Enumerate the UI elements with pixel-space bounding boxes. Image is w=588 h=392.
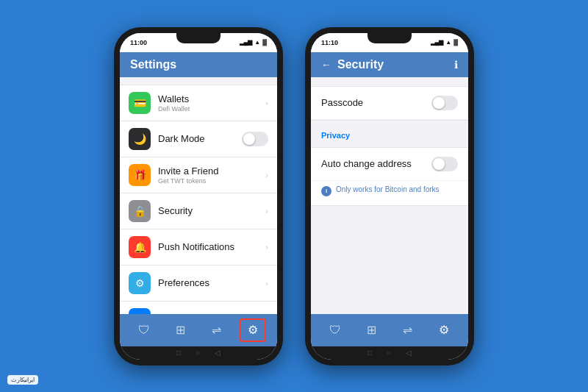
dark-mode-text: Dark Mode [158,133,234,144]
phone-1: 11:00 ▂▄▆ ▲ ▓ Settings 💳 Wallets Defi Wa… [114,27,283,366]
invite-icon: 🎁 [129,164,151,186]
phone-2-screen: 11:10 ▂▄▆ ▲ ▓ ← Security ℹ Passcode [311,33,468,360]
wallets-chevron: › [265,99,268,107]
signal-icon-1: ▂▄▆ [240,39,253,46]
wallets-icon: 💳 [129,92,151,114]
status-time-2: 11:10 [321,39,338,46]
invite-text: Invite a Friend Get TWT tokens [158,165,258,185]
wifi-icon-1: ▲ [254,39,260,46]
walletconnect-icon: 〜〜 [129,308,151,314]
passcode-label: Passcode [321,97,431,108]
security-content: Passcode Privacy Auto change address i O… [311,77,468,314]
nav-shield-2[interactable]: 🛡 [322,318,348,342]
settings-list: 💳 Wallets Defi Wallet › 🌙 Dark Mode 🎁 In… [120,77,277,314]
security-screen-title: Security [337,58,448,71]
home-btn-circle-2[interactable]: ○ [387,349,391,357]
notifications-text: Push Notifications [158,241,258,252]
watermark: ایرانیکارت [7,375,38,385]
settings-item-preferences[interactable]: ⚙ Preferences › [120,266,277,302]
home-bar-2: □ ○ ◁ [311,346,468,360]
notch-1 [176,33,220,43]
info-text-label: Only works for Bitcoin and forks [336,185,440,193]
settings-nav-icon-2: ⚙ [439,323,449,337]
settings-item-security[interactable]: 🔒 Security › [120,193,277,229]
shield-nav-icon: 🛡 [138,324,150,337]
settings-item-dark-mode[interactable]: 🌙 Dark Mode [120,121,277,157]
home-btn-circle-1[interactable]: ○ [196,349,200,357]
home-btn-back-1[interactable]: ◁ [215,349,220,357]
settings-item-invite[interactable]: 🎁 Invite a Friend Get TWT tokens › [120,157,277,193]
notch-2 [368,33,412,43]
phone-1-screen: 11:00 ▂▄▆ ▲ ▓ Settings 💳 Wallets Defi Wa… [120,33,277,360]
home-btn-square-2[interactable]: □ [368,349,372,357]
app-header-1: Settings [120,52,277,77]
grid-nav-icon: ⊞ [176,323,185,337]
dark-mode-icon: 🌙 [129,128,151,150]
preferences-chevron: › [265,279,268,288]
auto-change-label: Auto change address [321,158,431,169]
passcode-toggle[interactable] [431,96,458,110]
grid-nav-icon-2: ⊞ [367,323,376,337]
privacy-label: Privacy [311,125,468,143]
settings-nav-icon: ⚙ [248,323,258,337]
auto-change-section: Auto change address i Only works for Bit… [311,147,468,206]
passcode-section: Passcode [311,86,468,121]
bottom-nav-2: 🛡 ⊞ ⇌ ⚙ [311,314,468,346]
notifications-chevron: › [265,243,268,252]
nav-settings-1[interactable]: ⚙ [240,318,266,342]
info-icon: i [321,186,331,196]
status-icons-1: ▂▄▆ ▲ ▓ [240,39,267,46]
wallets-title: Wallets [158,93,258,104]
settings-item-wallets[interactable]: 💳 Wallets Defi Wallet › [120,85,277,121]
auto-change-toggle[interactable] [431,157,458,171]
nav-settings-2[interactable]: ⚙ [431,318,457,342]
settings-title: Settings [130,58,267,71]
settings-item-notifications[interactable]: 🔔 Push Notifications › [120,229,277,266]
auto-change-row: Auto change address [311,148,468,181]
app-header-2: ← Security ℹ [311,52,468,77]
security-header-row: ← Security ℹ [321,58,458,71]
security-icon: 🔒 [129,200,151,222]
nav-grid-2[interactable]: ⊞ [358,318,384,342]
preferences-text: Preferences [158,277,258,288]
info-row: i Only works for Bitcoin and forks [311,181,468,205]
wallets-text: Wallets Defi Wallet [158,93,258,113]
invite-title: Invite a Friend [158,165,258,177]
dark-mode-title: Dark Mode [158,133,234,144]
preferences-title: Preferences [158,277,258,288]
notifications-icon: 🔔 [129,236,151,258]
nav-grid-1[interactable]: ⊞ [167,318,193,342]
wifi-icon-2: ▲ [445,39,451,46]
invite-chevron: › [265,171,268,179]
status-icons-2: ▂▄▆ ▲ ▓ [431,39,458,46]
security-chevron: › [265,207,268,215]
wallets-subtitle: Defi Wallet [158,105,258,113]
signal-icon-2: ▂▄▆ [431,39,444,46]
home-btn-square-1[interactable]: □ [176,349,181,357]
invite-subtitle: Get TWT tokens [158,177,258,185]
passcode-row: Passcode [311,87,468,120]
transfer-nav-icon-2: ⇌ [403,323,412,337]
nav-transfer-2[interactable]: ⇌ [395,318,421,342]
home-bar-1: □ ○ ◁ [120,346,277,360]
home-btn-back-2[interactable]: ◁ [406,349,412,357]
bottom-nav-1: 🛡 ⊞ ⇌ ⚙ [120,314,277,346]
transfer-nav-icon: ⇌ [212,323,221,337]
status-time-1: 11:00 [130,39,147,46]
nav-transfer-1[interactable]: ⇌ [204,318,230,342]
info-header-button[interactable]: ℹ [454,59,458,71]
preferences-icon: ⚙ [129,272,151,294]
security-title: Security [158,205,258,216]
security-text: Security [158,205,258,216]
settings-item-walletconnect[interactable]: 〜〜 WalletConnect › [120,302,277,314]
notifications-title: Push Notifications [158,241,258,252]
phone-2: 11:10 ▂▄▆ ▲ ▓ ← Security ℹ Passcode [305,27,474,366]
battery-icon-2: ▓ [453,39,458,46]
shield-nav-icon-2: 🛡 [329,324,341,337]
nav-shield-1[interactable]: 🛡 [131,318,157,342]
dark-mode-toggle[interactable] [242,132,268,146]
battery-icon-1: ▓ [262,39,267,46]
back-button-2[interactable]: ← [321,59,331,71]
